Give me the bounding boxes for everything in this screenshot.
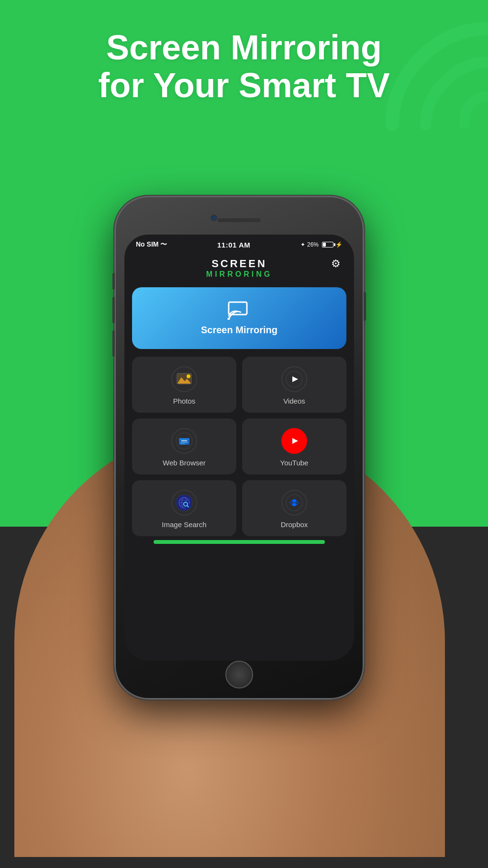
browser-card[interactable]: www Web Browser xyxy=(132,418,236,474)
features-grid: Photos Videos xyxy=(132,357,346,536)
battery-fill xyxy=(323,243,326,247)
app-name-mirroring: MIRRORING xyxy=(206,270,272,279)
volume-down-button xyxy=(112,330,115,357)
app-content: SCREEN MIRRORING ⚙ Screen Mirroring xyxy=(124,253,354,544)
home-button[interactable] xyxy=(225,661,253,688)
app-headline: Screen Mirroring for Your Smart TV xyxy=(0,29,488,104)
dropbox-icon xyxy=(286,494,303,511)
status-battery: ✦ 26% ⚡ xyxy=(300,241,343,248)
dropbox-card[interactable]: Dropbox xyxy=(242,480,346,536)
phone-screen: No SIM 〜 11:01 AM ✦ 26% ⚡ SCREEN xyxy=(124,235,354,661)
photos-label: Photos xyxy=(173,397,196,405)
silent-switch xyxy=(112,273,115,290)
imgsearch-label: Image Search xyxy=(162,520,206,529)
phone-speaker xyxy=(218,218,261,222)
dropbox-label: Dropbox xyxy=(281,520,308,529)
phone-scene: No SIM 〜 11:01 AM ✦ 26% ⚡ SCREEN xyxy=(62,187,426,857)
app-logo: SCREEN MIRRORING xyxy=(206,258,272,279)
phone-frame: No SIM 〜 11:01 AM ✦ 26% ⚡ SCREEN xyxy=(115,196,364,699)
photos-icon xyxy=(176,371,193,388)
screen-mirroring-button[interactable]: Screen Mirroring xyxy=(132,287,346,349)
phone-camera xyxy=(211,214,217,221)
photos-card[interactable]: Photos xyxy=(132,357,236,413)
bluetooth-icon: ✦ xyxy=(300,241,305,248)
app-header: SCREEN MIRRORING ⚙ xyxy=(132,253,346,282)
photos-icon-circle xyxy=(171,366,197,392)
imgsearch-icon xyxy=(176,494,193,511)
bottom-bar xyxy=(154,540,325,544)
battery-percent: 26% xyxy=(307,241,319,248)
svg-text:www: www xyxy=(181,439,187,442)
imgsearch-icon-circle xyxy=(171,490,197,516)
settings-icon[interactable]: ⚙ xyxy=(331,258,346,273)
battery-icon xyxy=(322,242,333,248)
headline-line2: for Your Smart TV xyxy=(98,66,389,104)
mirror-button-label: Screen Mirroring xyxy=(201,325,277,336)
cast-icon xyxy=(227,301,251,320)
app-name-screen: SCREEN xyxy=(206,258,272,270)
charging-icon: ⚡ xyxy=(335,241,343,248)
headline-line1: Screen Mirroring xyxy=(106,28,382,67)
status-bar: No SIM 〜 11:01 AM ✦ 26% ⚡ xyxy=(124,235,354,253)
power-button xyxy=(364,292,366,321)
videos-label: Videos xyxy=(283,397,305,405)
videos-icon-circle xyxy=(281,366,307,392)
youtube-icon xyxy=(286,432,303,450)
imgsearch-card[interactable]: Image Search xyxy=(132,480,236,536)
volume-up-button xyxy=(112,297,115,323)
svg-point-5 xyxy=(187,374,190,378)
status-time: 11:01 AM xyxy=(217,241,250,249)
browser-label: Web Browser xyxy=(163,459,206,467)
videos-icon xyxy=(286,371,303,388)
svg-rect-14 xyxy=(180,443,185,444)
youtube-icon-circle xyxy=(281,428,307,454)
youtube-card[interactable]: YouTube xyxy=(242,418,346,474)
status-carrier: No SIM 〜 xyxy=(136,240,167,249)
youtube-label: YouTube xyxy=(280,459,309,467)
videos-card[interactable]: Videos xyxy=(242,357,346,413)
browser-icon: www xyxy=(176,432,193,450)
svg-rect-13 xyxy=(180,442,188,443)
browser-icon-circle: www xyxy=(171,428,197,454)
dropbox-icon-circle xyxy=(281,490,307,516)
